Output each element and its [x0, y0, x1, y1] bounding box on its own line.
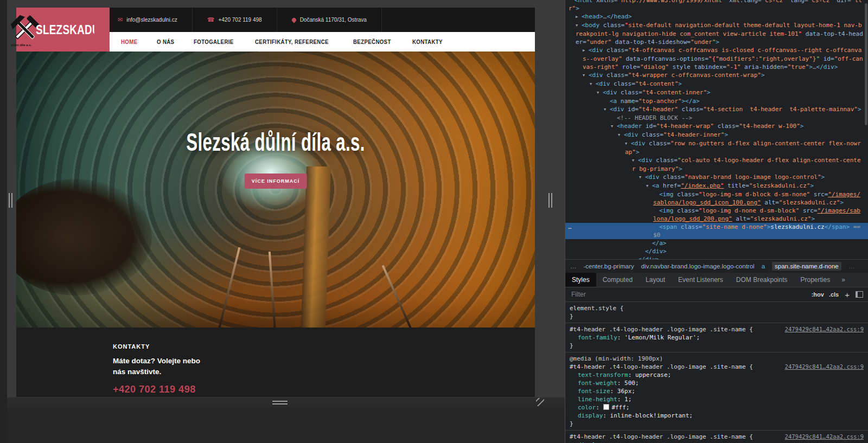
- css-property[interactable]: display: inline-block!important;: [570, 412, 864, 420]
- rule-selector: #t4-header .t4-logo-header .logo-image .…: [570, 363, 746, 370]
- collapse-arrow-icon[interactable]: ▼: [576, 22, 582, 30]
- nav-item-bezpe-nost[interactable]: BEZPEČNOST: [353, 38, 391, 45]
- tab-event-listeners[interactable]: Event Listeners: [672, 273, 730, 287]
- tree-row[interactable]: ▼<div class="navbar-brand logo-image log…: [565, 173, 868, 182]
- tree-row[interactable]: ▼<div class="t4-content">: [565, 80, 868, 88]
- tab-styles[interactable]: Styles: [565, 273, 596, 287]
- collapse-arrow-icon[interactable]: ▼: [646, 182, 652, 190]
- more-info-button[interactable]: VÍCE INFORMACÍ: [245, 174, 307, 189]
- expand-arrow-icon[interactable]: ▶: [583, 47, 589, 55]
- tree-row[interactable]: </div>: [565, 255, 868, 259]
- tree-row[interactable]: ▼<a href="/index.php" title="slezskaduln…: [565, 182, 868, 190]
- tree-row[interactable]: ▼<div class="t4-header-inner">: [565, 131, 868, 139]
- nav-item-home[interactable]: HOME: [121, 38, 137, 45]
- tree-row[interactable]: </a>: [565, 239, 868, 247]
- rail-track: [269, 252, 276, 328]
- tab-computed[interactable]: Computed: [596, 273, 639, 287]
- tree-row[interactable]: ▼<header id="t4-header-wrap" class="t4-h…: [565, 122, 868, 131]
- tree-row[interactable]: ▶<head>…</head>: [565, 12, 868, 21]
- breadcrumb-item[interactable]: …: [570, 263, 577, 269]
- tab-properties[interactable]: Properties: [794, 273, 837, 287]
- resize-handle-right[interactable]: [548, 193, 552, 208]
- logo-link[interactable]: důlní díla a.s. SLEZSKADULNI.CZ: [16, 8, 110, 52]
- tunnel-pillar-photo: [301, 166, 331, 328]
- tree-row[interactable]: ▼<div class="col-auto t4-logo-header d-f…: [565, 156, 868, 173]
- css-property[interactable]: font-family: 'Lemon/Milk Regular';: [570, 333, 864, 342]
- more-tabs-icon[interactable]: »: [837, 273, 850, 287]
- new-style-rule-button[interactable]: +: [845, 291, 850, 299]
- row-overflow-ellipsis: …: [568, 223, 572, 231]
- topbar-item-phone[interactable]: ☎+420 702 119 498: [193, 8, 277, 32]
- collapse-arrow-icon[interactable]: ▼: [583, 72, 589, 80]
- resize-handle-corner[interactable]: [536, 398, 544, 406]
- footer-text-line2: nás navštivte.: [113, 368, 161, 376]
- tree-row[interactable]: ▼<div class="t4-content-inner">: [565, 88, 868, 97]
- nav-item-fotogalerie[interactable]: FOTOGALERIE: [194, 38, 234, 45]
- resize-handle-left[interactable]: [9, 193, 12, 208]
- topbar-item-pin[interactable]: Dočanská 1170/31, Ostrava: [277, 8, 382, 32]
- tree-row-selected[interactable]: <span class="site-name d-none">slezskadu…: [565, 223, 868, 239]
- tab-dom-breakpoints[interactable]: DOM Breakpoints: [730, 273, 794, 287]
- stylesheet-link[interactable]: 2479429c841…42aa2.css:9: [785, 363, 864, 371]
- stylesheet-link[interactable]: 2479429c841…42aa2.css:9: [785, 433, 864, 441]
- rule-selector-line: 2479429c841…42aa2.css:9#t4-header .t4-lo…: [570, 433, 864, 441]
- site-footer: KONTAKTY Máte dotaz? Volejte nebo nás na…: [16, 328, 535, 397]
- breadcrumb-item[interactable]: a: [762, 263, 765, 269]
- topbar-item-mail[interactable]: ✉info@slezskadulni.cz: [110, 8, 193, 32]
- breadcrumb-item[interactable]: span.site-name.d-none: [772, 262, 841, 271]
- nav-item-kontakty[interactable]: KONTAKTY: [412, 38, 443, 45]
- stylesheet-link[interactable]: 2479429c841…42aa2.css:9: [785, 325, 864, 333]
- expand-arrow-icon[interactable]: ▶: [576, 13, 582, 21]
- styles-filter-bar: :hov .cls +: [565, 287, 868, 302]
- phone-icon: ☎: [207, 17, 215, 23]
- toggle-sidebar-icon[interactable]: [856, 291, 863, 298]
- collapse-arrow-icon[interactable]: ▼: [632, 157, 638, 165]
- elements-scrollbar[interactable]: [865, 3, 867, 125]
- breadcrumb-item[interactable]: -center.bg-primary: [584, 263, 634, 269]
- tree-row[interactable]: <a name="top-anchor"></a>: [565, 97, 868, 105]
- collapse-arrow-icon[interactable]: ▼: [611, 123, 617, 131]
- tree-row[interactable]: <img class="logo-img d-none d-sm-block" …: [565, 207, 868, 223]
- css-property[interactable]: line-height: 1;: [570, 395, 864, 403]
- css-property[interactable]: display: none;: [570, 441, 864, 443]
- collapse-arrow-icon[interactable]: ▼: [604, 106, 610, 114]
- css-property[interactable]: font-size: 36px;: [570, 387, 864, 395]
- tree-row[interactable]: </div>: [565, 247, 868, 255]
- rule-selector: #t4-header .t4-logo-header .logo-image .…: [570, 433, 746, 440]
- tree-row[interactable]: ▶<div class="t4-offcanvas c-offcanvas is…: [565, 46, 868, 71]
- css-property[interactable]: text-transform: uppercase;: [570, 371, 864, 379]
- breadcrumb-item[interactable]: …: [848, 263, 855, 269]
- resize-handle-bottom[interactable]: [272, 401, 288, 405]
- dom-breadcrumb: …-center.bg-primarydiv.navbar-brand.logo…: [565, 259, 868, 273]
- css-property[interactable]: color: #fff;: [570, 403, 864, 412]
- tree-row[interactable]: ▼<div id="t4-header" class="t4-section t…: [565, 105, 868, 114]
- hero-banner: Slezská důlní díla a.s. VÍCE INFORMACÍ: [16, 52, 535, 328]
- nav-item-o-n-s[interactable]: O NÁS: [157, 38, 174, 45]
- tree-row[interactable]: <img class="logo-img-sm d-block d-sm-non…: [565, 190, 868, 207]
- styles-pane: element.style {}2479429c841…42aa2.css:9#…: [565, 302, 868, 443]
- collapse-arrow-icon[interactable]: ▼: [625, 140, 631, 148]
- contact-topbar: ✉info@slezskadulni.cz☎+420 702 119 498Do…: [110, 8, 535, 32]
- collapse-arrow-icon[interactable]: ▼: [590, 80, 596, 88]
- website-page: ✉info@slezskadulni.cz☎+420 702 119 498Do…: [16, 8, 535, 397]
- tree-row[interactable]: <html xmlns="http://www.w3.org/1999/xhtm…: [565, 0, 868, 12]
- tab-layout[interactable]: Layout: [639, 273, 672, 287]
- nav-item-certifik-ty-reference[interactable]: CERTIFIKÁTY, REFERENCE: [255, 38, 329, 45]
- collapse-arrow-icon[interactable]: ▼: [618, 131, 624, 139]
- collapse-arrow-icon[interactable]: ▼: [597, 89, 603, 97]
- color-swatch[interactable]: [603, 404, 609, 410]
- footer-phone-link[interactable]: +420 702 119 498: [113, 384, 200, 395]
- toggle-hover-state-button[interactable]: :hov: [812, 291, 824, 298]
- breadcrumb-item[interactable]: div.navbar-brand.logo-image.logo-control: [641, 263, 755, 269]
- tree-row[interactable]: <!-- HEADER BLOCK -->: [565, 114, 868, 122]
- tree-row[interactable]: ▼<div class="t4-wrapper c-offcanvas-cont…: [565, 71, 868, 80]
- css-property[interactable]: font-weight: 500;: [570, 379, 864, 387]
- logo-caption: důlní díla a.s.: [11, 43, 53, 47]
- toggle-class-button[interactable]: .cls: [829, 291, 839, 298]
- tree-row[interactable]: ▼<div class="row no-gutters d-flex align…: [565, 139, 868, 156]
- styles-filter-input[interactable]: [570, 290, 807, 299]
- topbar-item-label: Dočanská 1170/31, Ostrava: [300, 17, 367, 23]
- tree-row[interactable]: ▼<body class="site-default navigation-de…: [565, 21, 868, 46]
- collapse-arrow-icon[interactable]: ▼: [639, 174, 645, 182]
- mail-icon: ✉: [118, 17, 123, 23]
